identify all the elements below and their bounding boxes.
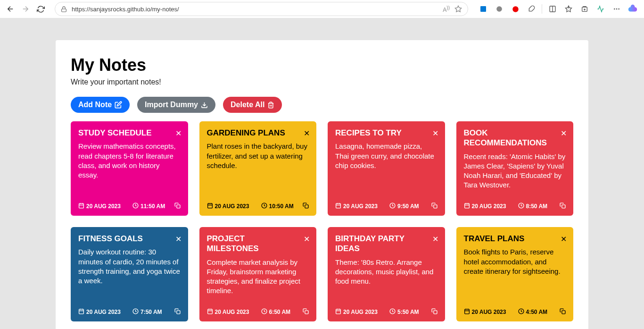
svg-point-3 <box>496 6 502 12</box>
collections-icon[interactable] <box>577 1 592 17</box>
arrow-left-icon <box>6 5 15 13</box>
back-button[interactable] <box>4 2 17 16</box>
favorite-icon[interactable] <box>454 5 462 13</box>
favorites-icon[interactable] <box>561 1 576 17</box>
more-icon[interactable] <box>609 1 624 17</box>
extensions-icon[interactable] <box>524 1 539 17</box>
ext-icon-1[interactable] <box>476 1 491 17</box>
arrow-right-icon <box>21 5 30 13</box>
url-text: https://sanjaysrocks.github.io/my-notes/ <box>72 6 438 13</box>
forward-button[interactable] <box>19 2 32 16</box>
reader-icon[interactable]: A)) <box>443 5 450 13</box>
svg-marker-1 <box>455 6 461 12</box>
lock-icon <box>61 6 67 12</box>
performance-icon[interactable] <box>593 1 608 17</box>
ext-icon-3[interactable] <box>508 1 523 17</box>
browser-toolbar: https://sanjaysrocks.github.io/my-notes/… <box>0 0 644 18</box>
separator <box>542 4 542 14</box>
refresh-button[interactable] <box>34 2 47 16</box>
svg-point-14 <box>618 8 619 10</box>
svg-point-4 <box>512 6 519 12</box>
svg-point-12 <box>614 8 615 10</box>
copilot-icon[interactable] <box>625 1 640 17</box>
address-bar[interactable]: https://sanjaysrocks.github.io/my-notes/… <box>55 2 468 16</box>
svg-rect-0 <box>62 8 66 11</box>
ext-icon-2[interactable] <box>492 1 507 17</box>
refresh-icon <box>37 5 45 13</box>
split-icon[interactable] <box>545 1 560 17</box>
svg-point-13 <box>616 8 618 10</box>
browser-actions <box>476 1 640 17</box>
svg-rect-2 <box>480 6 486 12</box>
